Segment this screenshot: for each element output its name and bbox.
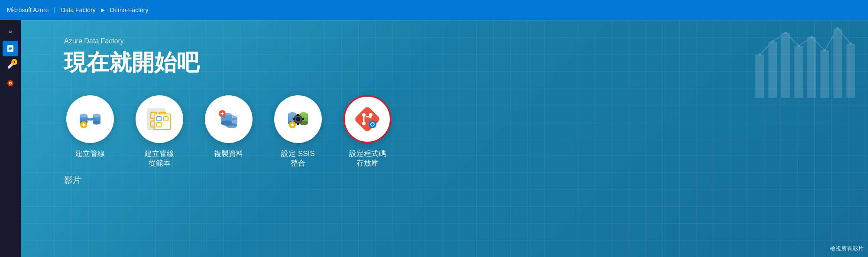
svg-rect-3	[9, 49, 11, 50]
action-label-git: 設定程式碼 存放庫	[349, 149, 386, 168]
action-label-template: 建立管線 從範本	[145, 149, 174, 168]
sidebar-icon-monitor[interactable]	[3, 75, 18, 91]
svg-rect-78	[369, 124, 370, 125]
svg-rect-77	[372, 127, 373, 128]
action-setup-ssis[interactable]: 設定 SSIS 整合	[272, 95, 324, 168]
action-create-pipeline[interactable]: 建立管線	[64, 95, 116, 159]
main-layout: » 1	[0, 20, 868, 257]
svg-rect-1	[9, 47, 12, 48]
page-subtitle: Azure Data Factory	[64, 37, 842, 45]
top-bar: Microsoft Azure | Data Factory ▶ Demo-Fa…	[0, 0, 868, 20]
svg-rect-64	[293, 118, 295, 120]
action-setup-git[interactable]: 設定程式碼 存放庫	[341, 95, 393, 168]
svg-rect-14	[846, 44, 855, 98]
actions-row: 建立管線	[64, 95, 842, 168]
svg-rect-68	[292, 123, 293, 127]
svg-rect-39	[154, 114, 171, 130]
svg-rect-76	[372, 121, 373, 122]
svg-rect-34	[83, 123, 84, 127]
svg-rect-62	[297, 114, 299, 116]
breadcrumb-demo-factory[interactable]: Demo-Factory	[110, 7, 149, 13]
svg-point-71	[369, 113, 372, 117]
sidebar-icon-edit[interactable]: 1	[3, 58, 18, 74]
content-area: Azure Data Factory 現在就開始吧	[21, 20, 868, 257]
breadcrumb-arrow: ▶	[101, 7, 105, 13]
action-label-copy: 複製資料	[214, 149, 243, 159]
svg-point-72	[362, 122, 366, 125]
watch-all-videos[interactable]: 檢視所有影片	[830, 245, 864, 253]
svg-rect-69	[354, 106, 380, 132]
action-label-ssis: 設定 SSIS 整合	[281, 149, 314, 168]
action-label-create-pipeline: 建立管線	[75, 149, 105, 159]
svg-point-6	[10, 83, 11, 84]
svg-rect-31	[87, 118, 93, 120]
breadcrumb-data-factory[interactable]: Data Factory	[61, 7, 96, 13]
action-create-pipeline-template[interactable]: 建立管線 從範本	[133, 95, 185, 168]
svg-rect-63	[297, 123, 299, 125]
svg-rect-65	[302, 118, 304, 120]
brand-label: Microsoft Azure	[7, 7, 49, 13]
action-circle-template[interactable]	[136, 95, 183, 143]
svg-point-48	[221, 120, 232, 126]
svg-point-70	[362, 113, 366, 117]
sidebar: » 1	[0, 20, 21, 257]
sidebar-expand[interactable]: »	[3, 23, 18, 39]
svg-point-29	[93, 114, 100, 118]
svg-rect-2	[9, 48, 12, 49]
videos-label: 影片	[64, 174, 842, 186]
svg-point-21	[836, 27, 839, 30]
page-title: 現在就開始吧	[64, 48, 842, 78]
svg-point-17	[784, 32, 787, 34]
separator: |	[54, 6, 55, 14]
svg-point-25	[80, 114, 87, 118]
action-circle-ssis[interactable]	[274, 95, 322, 143]
svg-point-30	[93, 121, 100, 125]
svg-rect-79	[375, 124, 376, 125]
action-circle-git[interactable]	[343, 95, 391, 143]
edit-badge: 1	[11, 59, 17, 65]
svg-point-22	[849, 42, 852, 45]
sidebar-icon-home[interactable]	[3, 41, 18, 56]
action-copy-data[interactable]: 複製資料	[203, 95, 255, 159]
action-circle-create-pipeline[interactable]	[66, 95, 114, 143]
videos-section: 影片	[64, 174, 842, 186]
action-circle-copy[interactable]	[205, 95, 253, 143]
